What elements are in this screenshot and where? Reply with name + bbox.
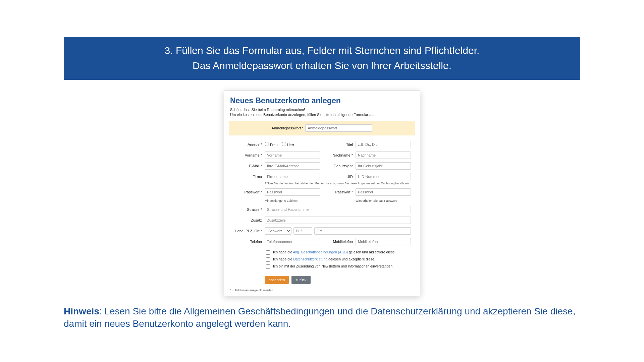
newsletter-checkbox-row[interactable]: Ich bin mit der Zusendung von Newsletter… [265,264,411,270]
firma-input[interactable] [265,173,320,180]
passwort-label: Passwort * [230,190,262,194]
strasse-input[interactable] [265,206,411,213]
zusatz-label: Zusatz [230,218,262,222]
strasse-label: Strasse * [230,207,262,212]
passwort-hint-left: Mindestlänge: 6 Zeichen [265,199,320,202]
agb-link[interactable]: Allg. Geschäftsbedingungen (AGB) [293,250,348,254]
uid-input[interactable] [356,173,411,180]
titel-label: Titel [323,142,353,146]
uid-label: UID [323,175,353,179]
ort-input[interactable] [314,227,411,235]
banner-line-2: Das Anmeldepasswort erhalten Sie von Ihr… [64,58,580,73]
nachname-input[interactable] [356,152,411,159]
firma-label: Firma [230,175,262,179]
hint-text: : Lesen Sie bitte die Allgemeinen Geschä… [64,306,575,329]
zusatz-input[interactable] [265,217,411,224]
vorname-input[interactable] [265,152,320,159]
anmeldepasswort-band: Anmeldepasswort * [229,121,415,135]
email-input[interactable] [265,162,320,170]
anrede-frau-radio[interactable] [265,142,269,146]
submit-button[interactable]: absenden [265,276,289,284]
passwort-input[interactable] [265,188,320,196]
mobil-input[interactable] [356,238,411,245]
geburtsjahr-input[interactable] [356,162,411,170]
geburtsjahr-label: Geburtsjahr [323,164,353,168]
telefon-label: Telefon [230,240,262,244]
hint-strong: Hinweis [64,306,99,316]
mobil-label: Mobiltelefon [323,240,353,244]
land-plz-ort-label: Land, PLZ, Ort * [230,229,262,233]
newsletter-checkbox[interactable] [266,264,270,269]
instruction-banner: 3. Füllen Sie das Formular aus, Felder m… [64,37,580,80]
firma-note: Füllen Sie die beiden obenstehenden Feld… [265,182,411,185]
plz-input[interactable] [293,227,312,235]
form-title: Neues Benutzerkonto anlegen [230,96,414,105]
passwort-hint-right: Wiederholen Sie das Passwort [356,199,411,202]
back-button[interactable]: zurück [291,276,310,284]
anrede-herr-option[interactable]: Herr [282,142,294,147]
email-label: E-Mail * [230,164,262,168]
anrede-label: Anrede * [230,142,262,146]
intro-line-2: Um ein kostenloses Benutzerkonto anzuleg… [230,112,414,117]
anrede-frau-option[interactable]: Frau [265,142,278,147]
land-select[interactable]: Schweiz [265,227,291,235]
hint-paragraph: Hinweis: Lesen Sie bitte die Allgemeinen… [64,305,580,330]
registration-card: Neues Benutzerkonto anlegen Schön, dass … [224,90,420,296]
anrede-herr-radio[interactable] [282,142,286,146]
datenschutz-checkbox-row[interactable]: Ich habe die Datenschutzerklärung gelese… [265,257,411,263]
agb-checkbox-row[interactable]: Ich habe die Allg. Geschäftsbedingungen … [265,250,411,256]
passwort2-label: Passwort * [323,190,353,194]
intro-line-1: Schön, dass Sie beim E-Learning mitmache… [230,107,414,112]
required-footnote: * = Feld muss ausgefüllt werden. [230,289,414,292]
nachname-label: Nachname * [323,153,353,157]
anmeldepasswort-label: Anmeldepasswort * [272,126,304,130]
vorname-label: Vorname * [230,153,262,157]
datenschutz-link[interactable]: Datenschutzerklärung [293,257,327,261]
passwort2-input[interactable] [356,188,411,196]
datenschutz-checkbox[interactable] [266,257,270,262]
banner-line-1: 3. Füllen Sie das Formular aus, Felder m… [64,43,580,58]
agb-checkbox[interactable] [266,250,270,255]
anmeldepasswort-input[interactable] [305,124,372,132]
titel-input[interactable] [356,141,411,148]
telefon-input[interactable] [265,238,320,245]
